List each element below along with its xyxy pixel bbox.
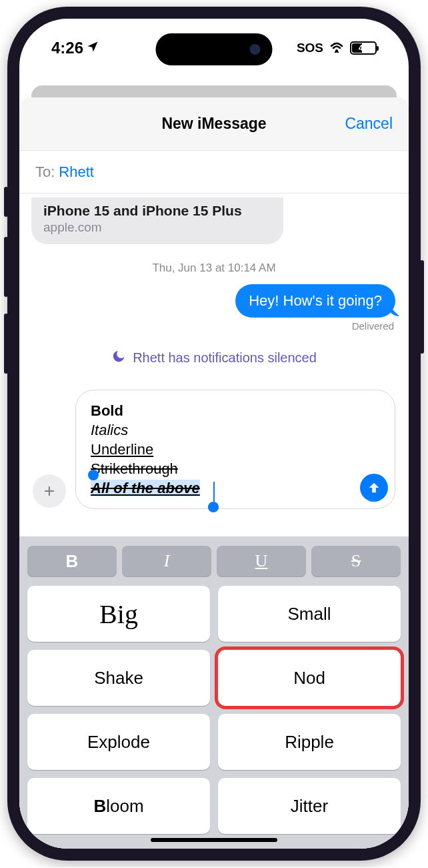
strikethrough-button[interactable]: S bbox=[311, 546, 401, 576]
italic-button[interactable]: I bbox=[122, 546, 211, 576]
outgoing-message-row: Hey! How's it going? bbox=[26, 284, 402, 318]
svg-point-0 bbox=[335, 49, 338, 52]
notifications-silenced-banner[interactable]: Rhett has notifications silenced bbox=[26, 349, 402, 367]
volume-down-button bbox=[4, 314, 8, 374]
battery-icon: 43 bbox=[350, 41, 377, 55]
link-preview-bubble[interactable]: iPhone 15 and iPhone 15 Plus apple.com bbox=[31, 197, 283, 244]
delivered-status: Delivered bbox=[26, 320, 402, 332]
sos-indicator: SOS bbox=[297, 41, 323, 55]
message-input[interactable]: Bold Italics Underline Strikethrough All… bbox=[75, 390, 395, 509]
status-time: 4:26 bbox=[51, 39, 83, 57]
effect-bloom[interactable]: Bloom bbox=[27, 778, 210, 834]
outgoing-message-bubble[interactable]: Hey! How's it going? bbox=[235, 284, 395, 318]
compose-line-strike: Strikethrough bbox=[91, 460, 178, 477]
effect-ripple[interactable]: Ripple bbox=[218, 714, 401, 770]
compose-line-bold: Bold bbox=[91, 402, 123, 419]
location-icon bbox=[86, 39, 99, 57]
wifi-icon bbox=[329, 39, 345, 57]
dynamic-island bbox=[156, 33, 273, 65]
screen: 4:26 SOS 43 New iMessage Cancel bbox=[19, 19, 409, 849]
mute-switch bbox=[4, 187, 8, 217]
link-title: iPhone 15 and iPhone 15 Plus bbox=[43, 203, 271, 219]
side-button bbox=[420, 260, 424, 354]
text-effects-panel: B I U S Big Small Shake Nod Explode Ripp… bbox=[19, 536, 409, 849]
effect-jitter[interactable]: Jitter bbox=[218, 778, 401, 834]
send-button[interactable] bbox=[360, 474, 388, 502]
conversation-area[interactable]: iPhone 15 and iPhone 15 Plus apple.com T… bbox=[19, 193, 409, 536]
effect-nod[interactable]: Nod bbox=[218, 650, 401, 706]
moon-icon bbox=[111, 349, 126, 367]
effect-grid: Big Small Shake Nod Explode Ripple Bloom… bbox=[27, 586, 401, 834]
format-row: B I U S bbox=[27, 546, 401, 576]
compose-row: + Bold Italics Underline Strikethrough A… bbox=[26, 390, 402, 521]
plus-button[interactable]: + bbox=[33, 474, 66, 508]
arrow-up-icon bbox=[367, 480, 381, 495]
recipient-chip[interactable]: Rhett bbox=[59, 163, 94, 181]
timestamp: Thu, Jun 13 at 10:14 AM bbox=[26, 262, 402, 275]
to-label: To: bbox=[35, 163, 55, 181]
compose-line-underline: Underline bbox=[91, 441, 153, 458]
compose-line-selected: All of the above bbox=[91, 480, 200, 496]
selection-end-handle[interactable] bbox=[208, 502, 219, 512]
text-cursor bbox=[213, 482, 215, 502]
underline-button[interactable]: U bbox=[217, 546, 306, 576]
new-message-modal: New iMessage Cancel To: Rhett iPhone 15 … bbox=[19, 97, 409, 849]
nav-bar: New iMessage Cancel bbox=[19, 97, 409, 151]
phone-frame: 4:26 SOS 43 New iMessage Cancel bbox=[7, 7, 421, 861]
effect-small[interactable]: Small bbox=[218, 586, 401, 642]
bold-button[interactable]: B bbox=[27, 546, 117, 576]
effect-big[interactable]: Big bbox=[27, 586, 210, 642]
cancel-button[interactable]: Cancel bbox=[345, 115, 393, 133]
volume-up-button bbox=[4, 237, 8, 297]
home-indicator[interactable] bbox=[151, 838, 277, 842]
compose-line-italics: Italics bbox=[91, 422, 128, 438]
nav-title: New iMessage bbox=[161, 115, 266, 133]
effect-shake[interactable]: Shake bbox=[27, 650, 210, 706]
effect-explode[interactable]: Explode bbox=[27, 714, 210, 770]
link-domain: apple.com bbox=[43, 220, 271, 235]
to-field[interactable]: To: Rhett bbox=[19, 151, 409, 193]
